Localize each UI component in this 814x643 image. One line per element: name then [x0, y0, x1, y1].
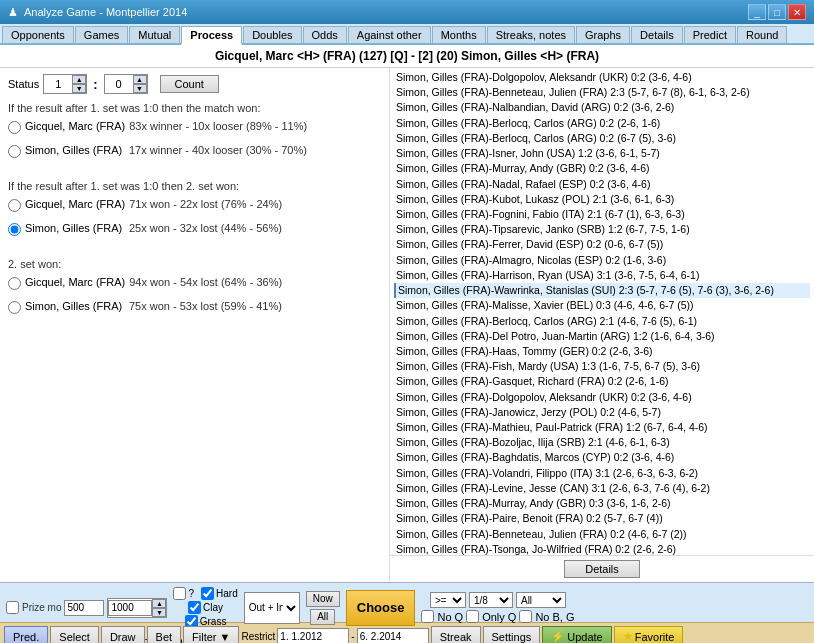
prize-max-up[interactable]: ▲ [152, 599, 166, 608]
s2-radio1[interactable] [8, 199, 21, 212]
all2-select[interactable]: AllHardClayGrass [516, 592, 566, 608]
bet-button[interactable]: Bet [147, 626, 182, 644]
matches-list[interactable]: Simon, Gilles (FRA)-Dolgopolov, Aleksand… [390, 68, 814, 555]
match-item[interactable]: Simon, Gilles (FRA)-Del Potro, Juan-Mart… [394, 329, 810, 344]
s3-radio1[interactable] [8, 277, 21, 290]
now-button[interactable]: Now [306, 591, 340, 607]
status-v1-down[interactable]: ▼ [72, 84, 86, 93]
match-item[interactable]: Simon, Gilles (FRA)-Dolgopolov, Aleksand… [394, 390, 810, 405]
no-b-g-checkbox[interactable] [519, 610, 532, 623]
s1-radio1[interactable] [8, 121, 21, 134]
match-item[interactable]: Simon, Gilles (FRA)-Berlocq, Carlos (ARG… [394, 116, 810, 131]
match-item[interactable]: Simon, Gilles (FRA)-Paire, Benoit (FRA) … [394, 511, 810, 526]
prize-min-input[interactable] [64, 600, 104, 616]
match-item[interactable]: Simon, Gilles (FRA)-Benneteau, Julien (F… [394, 85, 810, 100]
tab-doubles[interactable]: Doubles [243, 26, 301, 43]
restore-button[interactable]: □ [768, 4, 786, 20]
match-item[interactable]: Simon, Gilles (FRA)-Haas, Tommy (GER) 0:… [394, 344, 810, 359]
match-item[interactable]: Simon, Gilles (FRA)-Tsonga, Jo-Wilfried … [394, 542, 810, 555]
tab-round[interactable]: Round [737, 26, 787, 43]
out-in-select[interactable]: Out + In Outdoor Indoor [244, 592, 300, 624]
tab-months[interactable]: Months [432, 26, 486, 43]
no-q-checkbox[interactable] [421, 610, 434, 623]
tab-predict[interactable]: Predict [684, 26, 736, 43]
title-bar: ♟ Analyze Game - Montpellier 2014 _ □ ✕ [0, 0, 814, 24]
match-item[interactable]: Simon, Gilles (FRA)-Wawrinka, Stanislas … [394, 283, 810, 298]
tab-games[interactable]: Games [75, 26, 128, 43]
match-item[interactable]: Simon, Gilles (FRA)-Nalbandian, David (A… [394, 100, 810, 115]
clay-checkbox[interactable] [188, 601, 201, 614]
update-button[interactable]: ⚡ Update [542, 626, 611, 644]
match-item[interactable]: Simon, Gilles (FRA)-Bozoljac, Ilija (SRB… [394, 435, 810, 450]
match-item[interactable]: Simon, Gilles (FRA)-Berlocq, Carlos (ARG… [394, 314, 810, 329]
match-item[interactable]: Simon, Gilles (FRA)-Harrison, Ryan (USA)… [394, 268, 810, 283]
status-v2-up[interactable]: ▲ [133, 75, 147, 84]
tab-against-other[interactable]: Against other [348, 26, 431, 43]
hard-checkbox[interactable] [201, 587, 214, 600]
match-item[interactable]: Simon, Gilles (FRA)-Murray, Andy (GBR) 0… [394, 161, 810, 176]
tab-odds[interactable]: Odds [303, 26, 347, 43]
match-item[interactable]: Simon, Gilles (FRA)-Malisse, Xavier (BEL… [394, 298, 810, 313]
filter-button[interactable]: Filter ▼ [183, 626, 239, 644]
details-button[interactable]: Details [564, 560, 640, 578]
s1-radio2[interactable] [8, 145, 21, 158]
pred-button[interactable]: Pred. [4, 626, 48, 644]
match-item[interactable]: Simon, Gilles (FRA)-Volandri, Filippo (I… [394, 466, 810, 481]
match-item[interactable]: Simon, Gilles (FRA)-Berlocq, Carlos (ARG… [394, 131, 810, 146]
prize-checkbox[interactable] [6, 601, 19, 614]
status-value2-spin: ▲ ▼ [133, 75, 147, 93]
tab-graphs[interactable]: Graphs [576, 26, 630, 43]
draw-button[interactable]: Draw [101, 626, 145, 644]
count-button[interactable]: Count [160, 75, 219, 93]
match-item[interactable]: Simon, Gilles (FRA)-Dolgopolov, Aleksand… [394, 70, 810, 85]
favorite-button[interactable]: ★ Favorite [614, 626, 684, 644]
prize-max-input[interactable] [108, 600, 152, 616]
streak-button[interactable]: Streak [431, 626, 481, 644]
prize-max-down[interactable]: ▼ [152, 608, 166, 617]
match-item[interactable]: Simon, Gilles (FRA)-Murray, Andy (GBR) 0… [394, 496, 810, 511]
match-item[interactable]: Simon, Gilles (FRA)-Isner, John (USA) 1:… [394, 146, 810, 161]
choose-button[interactable]: Choose [346, 590, 416, 626]
match-item[interactable]: Simon, Gilles (FRA)-Fish, Mardy (USA) 1:… [394, 359, 810, 374]
match-item[interactable]: Simon, Gilles (FRA)-Tipsarevic, Janko (S… [394, 222, 810, 237]
question-checkbox[interactable] [173, 587, 186, 600]
status-value2-input[interactable] [105, 75, 133, 93]
tab-details[interactable]: Details [631, 26, 683, 43]
s2-player2-stats: 25x won - 32x lost (44% - 56%) [129, 222, 282, 234]
only-q-checkbox[interactable] [466, 610, 479, 623]
match-item[interactable]: Simon, Gilles (FRA)-Kubot, Lukasz (POL) … [394, 192, 810, 207]
minimize-button[interactable]: _ [748, 4, 766, 20]
match-item[interactable]: Simon, Gilles (FRA)-Ferrer, David (ESP) … [394, 237, 810, 252]
settings-button[interactable]: Settings [483, 626, 541, 644]
s3-player2-name: Simon, Gilles (FRA) [25, 300, 125, 312]
s2-player2-name: Simon, Gilles (FRA) [25, 222, 125, 234]
tab-streaks-notes[interactable]: Streaks, notes [487, 26, 575, 43]
select-button[interactable]: Select [50, 626, 99, 644]
fraction-select[interactable]: 1/81/41/2F [469, 592, 513, 608]
tab-process[interactable]: Process [181, 26, 242, 45]
tab-mutual[interactable]: Mutual [129, 26, 180, 43]
match-item[interactable]: Simon, Gilles (FRA)-Gasquet, Richard (FR… [394, 374, 810, 389]
match-item[interactable]: Simon, Gilles (FRA)-Nadal, Rafael (ESP) … [394, 177, 810, 192]
close-button[interactable]: ✕ [788, 4, 806, 20]
now-all-filter: Now All [306, 591, 340, 625]
s2-radio2[interactable] [8, 223, 21, 236]
tab-opponents[interactable]: Opponents [2, 26, 74, 43]
status-value1-input[interactable] [44, 75, 72, 93]
match-item[interactable]: Simon, Gilles (FRA)-Janowicz, Jerzy (POL… [394, 405, 810, 420]
date-from-input[interactable] [277, 628, 349, 644]
all-matches-button[interactable]: All [310, 609, 335, 625]
gte-select[interactable]: >=<== [430, 592, 466, 608]
s3-radio2[interactable] [8, 301, 21, 314]
match-item[interactable]: Simon, Gilles (FRA)-Baghdatis, Marcos (C… [394, 450, 810, 465]
status-row: Status ▲ ▼ : ▲ ▼ Count [8, 74, 381, 94]
date-to-input[interactable] [357, 628, 429, 644]
match-item[interactable]: Simon, Gilles (FRA)-Fognini, Fabio (ITA)… [394, 207, 810, 222]
match-item[interactable]: Simon, Gilles (FRA)-Almagro, Nicolas (ES… [394, 253, 810, 268]
s2-player1-name: Gicquel, Marc (FRA) [25, 198, 125, 210]
status-v2-down[interactable]: ▼ [133, 84, 147, 93]
status-v1-up[interactable]: ▲ [72, 75, 86, 84]
match-item[interactable]: Simon, Gilles (FRA)-Mathieu, Paul-Patric… [394, 420, 810, 435]
match-item[interactable]: Simon, Gilles (FRA)-Levine, Jesse (CAN) … [394, 481, 810, 496]
match-item[interactable]: Simon, Gilles (FRA)-Benneteau, Julien (F… [394, 527, 810, 542]
